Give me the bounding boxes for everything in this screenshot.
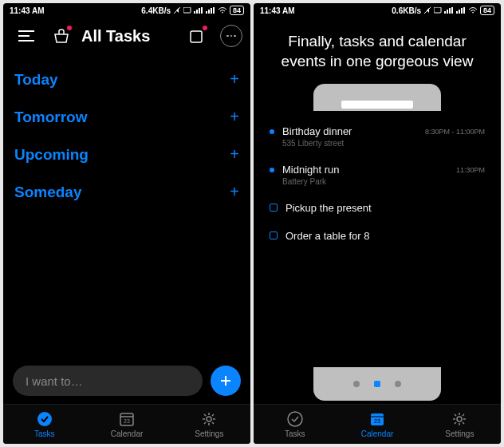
more-button[interactable]: [220, 25, 242, 47]
svg-rect-25: [449, 8, 451, 14]
svg-rect-8: [211, 8, 212, 14]
tab-label: Settings: [445, 429, 474, 438]
event-time: 8:30PM - 11:00PM: [425, 128, 485, 136]
svg-rect-9: [213, 7, 215, 14]
event-time: 11:30PM: [456, 166, 485, 174]
svg-point-20: [207, 417, 211, 421]
quick-add-bar: I want to…: [3, 359, 250, 402]
section-label: Upcoming: [14, 146, 89, 164]
svg-rect-27: [456, 11, 458, 14]
add-task-icon[interactable]: +: [230, 183, 239, 201]
task-item: Order a table for 8: [270, 224, 485, 251]
event-item: Birthday dinner 535 Liberty street 8:30P…: [270, 119, 485, 157]
svg-rect-29: [461, 8, 463, 14]
event-dot-icon: [270, 129, 274, 134]
page-title[interactable]: All Tasks: [81, 27, 174, 45]
tab-label: Calendar: [111, 429, 144, 438]
tab-tasks[interactable]: Tasks: [254, 405, 336, 444]
sim-icon: [434, 7, 442, 14]
section-upcoming[interactable]: Upcoming +: [14, 136, 239, 173]
status-icons: 0.6KB/s 84: [392, 6, 494, 15]
battery-pct: 84: [480, 6, 494, 15]
menu-button[interactable]: [14, 24, 38, 48]
tab-settings[interactable]: Settings: [168, 405, 250, 444]
gear-icon: [451, 410, 468, 428]
status-icons: 6.4KB/s 84: [141, 6, 244, 15]
tab-label: Calendar: [361, 429, 394, 438]
svg-line-0: [174, 7, 180, 14]
checkmark-circle-icon: [36, 410, 53, 428]
svg-rect-13: [191, 31, 202, 42]
battery-pct: 84: [230, 6, 244, 15]
hamburger-icon: [18, 30, 34, 42]
svg-point-35: [457, 417, 462, 421]
event-name: Midnight run: [282, 164, 448, 176]
tab-label: Tasks: [34, 429, 55, 438]
mock-phone-top: [313, 84, 441, 111]
svg-rect-24: [447, 10, 448, 14]
plus-icon: [219, 374, 232, 387]
add-task-icon[interactable]: +: [230, 108, 239, 126]
status-net: 0.6KB/s: [392, 6, 421, 15]
svg-rect-26: [451, 7, 453, 14]
section-today[interactable]: Today +: [14, 61, 239, 98]
tab-calendar[interactable]: 23 Calendar: [85, 405, 167, 444]
tab-settings[interactable]: Settings: [419, 405, 501, 444]
tab-bar: Tasks 23 Calendar Settings: [3, 404, 250, 444]
svg-rect-1: [183, 7, 191, 13]
mock-phone-bottom: [313, 367, 441, 401]
svg-point-16: [37, 412, 52, 426]
header: All Tasks: [3, 18, 250, 54]
svg-line-21: [424, 7, 431, 14]
task-input-placeholder: I want to…: [26, 374, 83, 388]
section-label: Today: [14, 71, 58, 89]
mute-icon: [173, 6, 181, 14]
checkbox-icon: [270, 204, 278, 212]
section-tomorrow[interactable]: Tomorrow +: [14, 98, 239, 136]
event-sub: Battery Park: [282, 177, 448, 186]
svg-rect-23: [444, 11, 446, 14]
event-list: Birthday dinner 535 Liberty street 8:30P…: [254, 111, 501, 364]
svg-rect-6: [206, 11, 207, 14]
status-bar: 11:43 AM 0.6KB/s 84: [254, 3, 501, 18]
task-input[interactable]: I want to…: [13, 366, 203, 396]
add-task-icon[interactable]: +: [230, 70, 239, 89]
svg-text:23: 23: [124, 418, 130, 424]
svg-rect-4: [199, 8, 200, 14]
phone-right: 11:43 AM 0.6KB/s 84 Finally, tasks and c…: [254, 3, 501, 444]
gear-icon: [200, 410, 218, 428]
svg-rect-30: [463, 7, 465, 14]
basket-badge: [67, 26, 72, 30]
checkbox-icon: [270, 231, 278, 239]
status-bar: 11:43 AM 6.4KB/s 84: [3, 3, 250, 18]
calendar-icon: 23: [368, 410, 386, 428]
svg-rect-28: [459, 10, 460, 14]
tab-tasks[interactable]: Tasks: [3, 405, 85, 444]
checkmark-circle-icon: [286, 410, 304, 428]
svg-rect-7: [208, 10, 210, 14]
event-dot-icon: [270, 168, 274, 172]
basket-button[interactable]: [49, 24, 73, 48]
basket-icon: [53, 28, 70, 44]
svg-rect-22: [434, 7, 441, 13]
tab-bar: Tasks 23 Calendar Settings: [254, 404, 501, 444]
inbox-button[interactable]: [185, 24, 209, 48]
tab-calendar[interactable]: 23 Calendar: [336, 405, 418, 444]
add-task-icon[interactable]: +: [230, 145, 239, 164]
wifi-icon: [468, 7, 478, 14]
signal-icon: [194, 7, 203, 14]
promo-title: Finally, tasks and calendar events in on…: [254, 18, 501, 79]
section-label: Tomorrow: [14, 109, 87, 126]
calendar-icon: 23: [118, 410, 136, 428]
more-icon: [226, 35, 236, 38]
event-name: Birthday dinner: [282, 125, 417, 137]
sim-icon: [183, 7, 191, 14]
section-someday[interactable]: Someday +: [14, 173, 239, 211]
signal-icon: [206, 7, 215, 14]
status-time: 11:43 AM: [10, 6, 45, 15]
add-button[interactable]: [211, 366, 241, 396]
inbox-icon: [189, 28, 205, 44]
signal-icon: [444, 7, 454, 14]
event-item: Midnight run Battery Park 11:30PM: [270, 157, 485, 196]
tab-label: Tasks: [285, 429, 305, 438]
